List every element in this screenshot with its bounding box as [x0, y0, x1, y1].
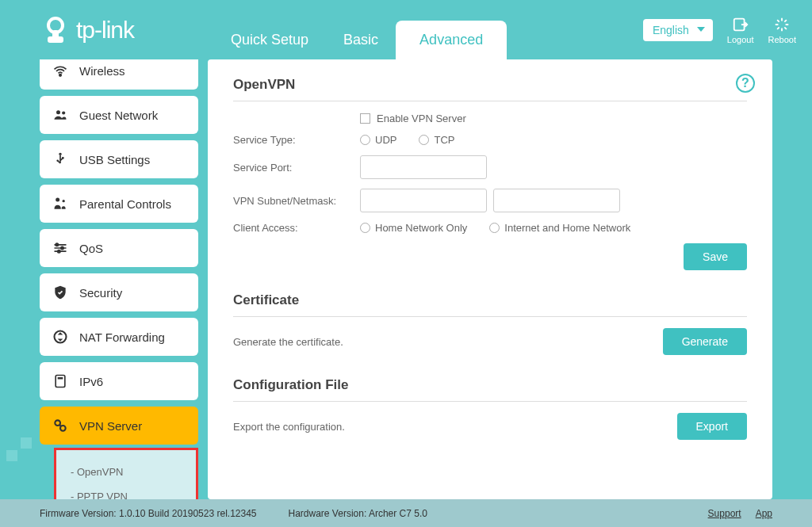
home-only-radio[interactable]: [360, 223, 370, 233]
tab-quick-setup[interactable]: Quick Setup: [213, 21, 326, 59]
config-file-desc: Export the configuration.: [233, 421, 345, 433]
usb-icon: [52, 151, 68, 167]
logout-icon: [732, 16, 749, 33]
nat-icon: [52, 329, 68, 345]
sidebar-item-nat-forwarding[interactable]: NAT Forwarding: [40, 318, 198, 356]
service-type-label: Service Type:: [233, 134, 360, 146]
wireless-icon: [52, 63, 68, 78]
brand-text: tp-link: [76, 17, 134, 44]
logout-button[interactable]: Logout: [727, 16, 754, 44]
client-access-label: Client Access:: [233, 222, 360, 234]
brand-logo: tp-link: [40, 14, 134, 46]
udp-radio[interactable]: [360, 135, 370, 145]
vpn-icon: [52, 418, 68, 433]
svg-rect-17: [58, 377, 63, 380]
svg-point-12: [56, 243, 58, 246]
svg-point-18: [55, 420, 60, 426]
reboot-icon: [773, 16, 791, 33]
parental-icon: [52, 196, 68, 212]
sidebar-item-wireless[interactable]: Wireless: [40, 59, 198, 90]
support-link[interactable]: Support: [708, 508, 741, 519]
guest-network-icon: [52, 107, 68, 123]
sidebar-item-security[interactable]: Security: [40, 273, 198, 311]
enable-vpn-label: Enable VPN Server: [377, 113, 466, 124]
svg-point-14: [58, 250, 60, 253]
internet-home-radio[interactable]: [489, 223, 500, 233]
sidebar: Wireless Guest Network USB Settings Pare…: [40, 59, 198, 499]
svg-point-13: [61, 246, 63, 249]
service-port-label: Service Port:: [233, 162, 360, 174]
svg-point-5: [56, 110, 60, 114]
tab-advanced[interactable]: Advanced: [396, 21, 507, 59]
tplink-logo-icon: [40, 14, 71, 46]
svg-rect-16: [56, 376, 65, 388]
vpn-submenu: - OpenVPN - PPTP VPN: [54, 448, 198, 499]
sidebar-item-usb-settings[interactable]: USB Settings: [40, 140, 198, 178]
vpn-netmask-input[interactable]: [493, 189, 620, 212]
sidebar-item-guest-network[interactable]: Guest Network: [40, 96, 198, 134]
submenu-pptp-vpn[interactable]: - PPTP VPN: [71, 484, 182, 499]
svg-point-10: [56, 198, 59, 202]
language-select[interactable]: English: [643, 19, 713, 41]
svg-point-7: [59, 153, 61, 155]
openvpn-title: OpenVPN: [233, 77, 747, 101]
main-tabs: Quick Setup Basic Advanced: [213, 0, 507, 59]
sidebar-item-vpn-server[interactable]: VPN Server: [40, 407, 198, 445]
sidebar-item-ipv6[interactable]: IPv6: [40, 362, 198, 400]
language-value: English: [653, 24, 689, 36]
svg-point-6: [62, 111, 65, 114]
reboot-button[interactable]: Reboot: [768, 16, 796, 44]
enable-vpn-checkbox[interactable]: [360, 113, 370, 124]
firmware-version: Firmware Version: 1.0.10 Build 20190523 …: [40, 508, 257, 519]
qos-icon: [52, 240, 68, 256]
tab-basic[interactable]: Basic: [326, 21, 396, 59]
svg-rect-9: [62, 157, 64, 159]
main-panel: ? OpenVPN Enable VPN Server Service Type…: [208, 59, 772, 499]
generate-button[interactable]: Generate: [663, 328, 747, 355]
hardware-version: Hardware Version: Archer C7 5.0: [289, 508, 427, 519]
service-port-input[interactable]: [360, 155, 487, 179]
background-decoration: [6, 444, 38, 468]
svg-rect-2: [48, 36, 63, 43]
vpn-subnet-input[interactable]: [360, 189, 487, 212]
save-button[interactable]: Save: [684, 243, 747, 270]
sidebar-item-qos[interactable]: QoS: [40, 229, 198, 267]
svg-point-19: [60, 426, 66, 431]
svg-point-8: [56, 159, 59, 162]
svg-point-11: [63, 200, 65, 202]
tcp-radio[interactable]: [419, 135, 429, 145]
subnet-label: VPN Subnet/Netmask:: [233, 195, 360, 207]
footer: Firmware Version: 1.0.10 Build 20190523 …: [0, 499, 812, 527]
help-icon[interactable]: ?: [736, 74, 755, 93]
certificate-title: Certificate: [233, 292, 747, 317]
chevron-down-icon: [697, 27, 705, 32]
certificate-desc: Generate the certificate.: [233, 336, 343, 348]
submenu-openvpn[interactable]: - OpenVPN: [71, 460, 182, 484]
ipv6-icon: [52, 373, 68, 389]
sidebar-item-parental-controls[interactable]: Parental Controls: [40, 185, 198, 223]
export-button[interactable]: Export: [677, 413, 747, 440]
config-file-title: Configuration File: [233, 377, 747, 402]
shield-icon: [52, 285, 68, 300]
svg-point-4: [59, 74, 62, 77]
app-link[interactable]: App: [756, 508, 772, 519]
